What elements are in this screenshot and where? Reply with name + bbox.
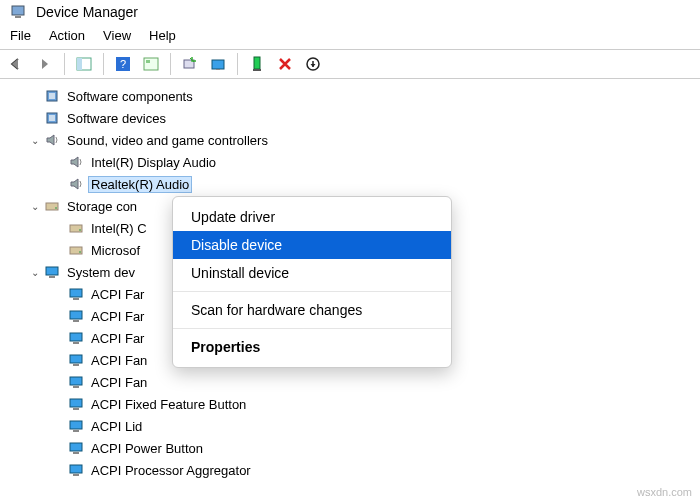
tree-node[interactable]: ·ACPI Power Button <box>10 437 700 459</box>
tree-node-label[interactable]: ACPI Far <box>88 308 147 325</box>
tree-node-label[interactable]: ACPI Lid <box>88 418 145 435</box>
pc-icon <box>68 308 84 324</box>
chip-icon <box>44 88 60 104</box>
tree-node-label[interactable]: ACPI Fan <box>88 374 150 391</box>
titlebar: Device Manager <box>0 0 700 24</box>
tree-node-label[interactable]: Software devices <box>64 110 169 127</box>
svg-point-20 <box>55 207 57 209</box>
svg-rect-40 <box>73 430 79 432</box>
pc-icon <box>44 264 60 280</box>
collapse-toggle-icon[interactable]: ⌄ <box>28 135 42 146</box>
svg-rect-7 <box>146 60 150 63</box>
collapse-toggle-icon[interactable]: ⌄ <box>28 201 42 212</box>
svg-rect-43 <box>70 465 82 473</box>
svg-rect-30 <box>73 320 79 322</box>
help-button[interactable]: ? <box>110 52 136 76</box>
context-menu-item[interactable]: Disable device <box>173 231 451 259</box>
scan-hardware-button[interactable] <box>177 52 203 76</box>
svg-rect-39 <box>70 421 82 429</box>
menu-view[interactable]: View <box>103 28 131 43</box>
tree-node-label[interactable]: Storage con <box>64 198 140 215</box>
toolbar: ? <box>0 49 700 79</box>
tree-node[interactable]: ·Realtek(R) Audio <box>10 173 700 195</box>
tree-node-label[interactable]: Intel(R) C <box>88 220 150 237</box>
tree-node-label[interactable]: Realtek(R) Audio <box>88 176 192 193</box>
tree-node[interactable]: ⌄Sound, video and game controllers <box>10 129 700 151</box>
svg-rect-35 <box>70 377 82 385</box>
tree-node-label[interactable]: ACPI Fixed Feature Button <box>88 396 249 413</box>
pc-icon <box>68 352 84 368</box>
drive-icon <box>44 198 60 214</box>
svg-rect-6 <box>144 58 158 70</box>
context-menu-item[interactable]: Update driver <box>173 203 451 231</box>
uninstall-device-button[interactable] <box>272 52 298 76</box>
chip-icon <box>44 110 60 126</box>
show-hide-console-tree-button[interactable] <box>71 52 97 76</box>
back-button[interactable] <box>4 52 30 76</box>
separator <box>237 53 238 75</box>
tree-node-label[interactable]: Sound, video and game controllers <box>64 132 271 149</box>
svg-rect-26 <box>49 276 55 278</box>
tree-node[interactable]: ·ACPI Fan <box>10 371 700 393</box>
svg-rect-31 <box>70 333 82 341</box>
context-menu-item[interactable]: Scan for hardware changes <box>173 296 451 324</box>
svg-rect-16 <box>49 93 55 99</box>
tree-node[interactable]: ·ACPI Fixed Feature Button <box>10 393 700 415</box>
menu-separator <box>173 291 451 292</box>
tree-node[interactable]: ·Software devices <box>10 107 700 129</box>
pc-icon <box>68 462 84 478</box>
svg-rect-9 <box>212 60 224 69</box>
forward-button[interactable] <box>32 52 58 76</box>
svg-rect-11 <box>254 57 260 69</box>
svg-rect-41 <box>70 443 82 451</box>
separator <box>103 53 104 75</box>
svg-rect-33 <box>70 355 82 363</box>
svg-rect-44 <box>73 474 79 476</box>
context-menu-item[interactable]: Properties <box>173 333 451 361</box>
menu-action[interactable]: Action <box>49 28 85 43</box>
svg-rect-1 <box>15 16 21 18</box>
pc-icon <box>68 374 84 390</box>
separator <box>64 53 65 75</box>
menu-separator <box>173 328 451 329</box>
menu-help[interactable]: Help <box>149 28 176 43</box>
tree-node-label[interactable]: Microsof <box>88 242 143 259</box>
context-menu-item[interactable]: Uninstall device <box>173 259 451 287</box>
svg-rect-28 <box>73 298 79 300</box>
pc-icon <box>68 330 84 346</box>
disable-device-button[interactable] <box>300 52 326 76</box>
svg-rect-42 <box>73 452 79 454</box>
tree-node[interactable]: ·ACPI Lid <box>10 415 700 437</box>
enable-device-button[interactable] <box>244 52 270 76</box>
separator <box>170 53 171 75</box>
tree-node-label[interactable]: ACPI Far <box>88 330 147 347</box>
tree-node-label[interactable]: System dev <box>64 264 138 281</box>
svg-rect-36 <box>73 386 79 388</box>
collapse-toggle-icon[interactable]: ⌄ <box>28 267 42 278</box>
svg-rect-32 <box>73 342 79 344</box>
drive-icon <box>68 242 84 258</box>
svg-point-22 <box>79 229 81 231</box>
tree-node-label[interactable]: ACPI Processor Aggregator <box>88 462 254 479</box>
tree-node[interactable]: ·Intel(R) Display Audio <box>10 151 700 173</box>
svg-rect-34 <box>73 364 79 366</box>
context-menu: Update driverDisable deviceUninstall dev… <box>172 196 452 368</box>
tree-node[interactable]: ·ACPI Processor Aggregator <box>10 459 700 481</box>
tree-node-label[interactable]: Intel(R) Display Audio <box>88 154 219 171</box>
tree-node-label[interactable]: ACPI Power Button <box>88 440 206 457</box>
tree-node-label[interactable]: ACPI Fan <box>88 352 150 369</box>
svg-rect-27 <box>70 289 82 297</box>
update-driver-button[interactable] <box>205 52 231 76</box>
watermark: wsxdn.com <box>637 486 692 498</box>
menu-file[interactable]: File <box>10 28 31 43</box>
svg-marker-14 <box>311 64 316 67</box>
menubar: File Action View Help <box>0 24 700 49</box>
tree-node[interactable]: ·Software components <box>10 85 700 107</box>
pc-icon <box>68 286 84 302</box>
tree-node-label[interactable]: Software components <box>64 88 196 105</box>
svg-rect-3 <box>77 58 82 70</box>
properties-button[interactable] <box>138 52 164 76</box>
svg-rect-18 <box>49 115 55 121</box>
speaker-icon <box>44 132 60 148</box>
tree-node-label[interactable]: ACPI Far <box>88 286 147 303</box>
